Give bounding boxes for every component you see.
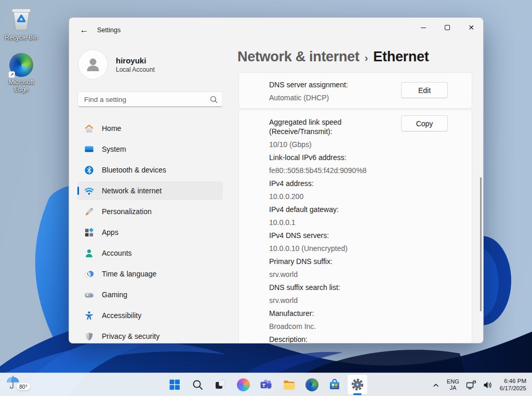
clock-tray[interactable]: 6:46 PM 6/17/2025	[498, 376, 528, 394]
vertical-scrollbar[interactable]	[480, 177, 482, 311]
sidebar-nav: Home System Bluetooth & devices	[77, 119, 223, 344]
wifi-icon	[84, 186, 94, 196]
sidebar-item-personalization[interactable]: Personalization	[77, 202, 223, 221]
sidebar-item-label: Accounts	[102, 249, 132, 257]
detail-value: srv.world	[269, 294, 394, 307]
sidebar-item-label: Privacy & security	[102, 332, 159, 340]
detail-value: srv.world	[269, 268, 394, 281]
windows-start-icon	[168, 378, 181, 391]
window-title: Settings	[97, 27, 121, 34]
sidebar-item-label: Personalization	[102, 207, 152, 216]
chevron-up-icon	[432, 381, 440, 389]
recycle-bin-icon	[8, 5, 35, 32]
detail-label: Description:	[269, 333, 394, 343]
sidebar-item-label: Bluetooth & devices	[102, 166, 166, 174]
sidebar-item-privacy-security[interactable]: Privacy & security	[77, 327, 223, 344]
tray-time: 6:46 PM	[500, 378, 526, 385]
account-type: Local Account	[116, 65, 155, 74]
settings-gear-icon	[351, 378, 364, 391]
task-view-icon	[214, 378, 227, 391]
detail-value: 10.0.0.1	[269, 216, 394, 229]
sidebar-item-network-internet[interactable]: Network & internet	[77, 181, 223, 200]
shield-icon	[84, 332, 94, 341]
search-box	[77, 91, 223, 107]
breadcrumb-parent[interactable]: Network & internet	[237, 49, 360, 65]
microsoft-store-icon	[328, 378, 341, 391]
file-explorer-button[interactable]	[278, 374, 299, 395]
detail-value: 10.0.0.10 (Unencrypted)	[269, 242, 394, 255]
copy-button[interactable]: Copy	[401, 115, 448, 131]
gaming-icon	[84, 290, 94, 300]
sidebar-item-apps[interactable]: Apps	[77, 223, 223, 242]
system-tray: ENG JA	[430, 373, 528, 396]
minimize-button[interactable]	[411, 18, 435, 37]
sidebar-item-home[interactable]: Home	[77, 119, 223, 138]
detail-label: DNS server assignment:	[269, 78, 394, 91]
desktop: Recycle Bin ↗ Microsoft Edge ← Settings …	[0, 0, 532, 396]
bluetooth-icon	[84, 165, 94, 175]
sidebar-item-system[interactable]: System	[77, 140, 223, 159]
sidebar-item-gaming[interactable]: Gaming	[77, 285, 223, 304]
detail-label: Link-local IPv6 address:	[269, 151, 394, 164]
file-explorer-icon	[283, 378, 296, 391]
taskbar-app-icons	[164, 374, 368, 395]
sidebar-item-label: System	[102, 145, 126, 153]
network-tray-button[interactable]	[464, 378, 478, 392]
teams-button[interactable]	[256, 374, 276, 395]
ethernet-network-icon	[466, 380, 476, 390]
language-switcher[interactable]: ENG JA	[445, 377, 461, 393]
search-button[interactable]	[187, 374, 208, 395]
detail-label: IPv4 default gateway:	[269, 203, 394, 216]
sidebar-item-accessibility[interactable]: Accessibility	[77, 306, 223, 325]
taskbar: 80°	[0, 373, 532, 396]
close-icon: ✕	[468, 24, 474, 31]
dns-assignment-card: DNS server assignment: Automatic (DHCP) …	[238, 72, 472, 109]
selected-indicator	[77, 187, 79, 195]
back-arrow-icon: ←	[80, 25, 89, 35]
tray-date: 6/17/2025	[500, 385, 526, 392]
copilot-button[interactable]	[233, 374, 254, 395]
temperature-badge: 80°	[17, 383, 30, 390]
maximize-icon	[445, 25, 450, 30]
sidebar-item-bluetooth-devices[interactable]: Bluetooth & devices	[77, 161, 223, 179]
detail-label: Manufacturer:	[269, 307, 394, 320]
sidebar-item-label: Accessibility	[102, 311, 141, 320]
desktop-icon-microsoft-edge[interactable]: ↗ Microsoft Edge	[1, 53, 42, 93]
search-icon	[210, 96, 218, 103]
start-button[interactable]	[164, 374, 185, 395]
detail-label: Aggregated link speed (Receive/Transmit)…	[269, 115, 394, 138]
task-view-button[interactable]	[210, 374, 231, 395]
desktop-icon-recycle-bin[interactable]: Recycle Bin	[1, 5, 42, 41]
detail-value: fe80::5058:5b45:f42d:9090%8	[269, 164, 394, 177]
paintbrush-icon	[84, 207, 94, 217]
detail-label: DNS suffix search list:	[269, 281, 394, 294]
back-button[interactable]: ←	[75, 22, 93, 38]
search-input[interactable]	[78, 92, 222, 107]
sidebar-item-accounts[interactable]: Accounts	[77, 244, 223, 262]
titlebar: ← Settings ✕	[69, 18, 483, 43]
teams-icon	[260, 378, 272, 391]
weather-widget[interactable]: 80°	[5, 375, 34, 391]
detail-value: Broadcom Inc.	[269, 320, 394, 333]
edge-button[interactable]	[301, 374, 322, 395]
detail-value: Automatic (DHCP)	[269, 91, 394, 104]
edit-button[interactable]: Edit	[401, 82, 448, 98]
tray-chevron-up[interactable]	[430, 379, 442, 391]
speaker-icon	[483, 381, 493, 389]
home-icon	[84, 124, 94, 134]
copilot-icon	[237, 378, 250, 391]
close-button[interactable]: ✕	[459, 18, 483, 37]
settings-button[interactable]	[347, 374, 368, 395]
edge-icon	[305, 378, 318, 391]
store-button[interactable]	[324, 374, 345, 395]
page-title: Ethernet	[373, 49, 429, 65]
account-name: hiroyuki	[116, 56, 155, 65]
avatar	[78, 50, 108, 79]
maximize-button[interactable]	[435, 18, 459, 37]
sidebar-item-time-language[interactable]: Time & language	[77, 265, 223, 283]
sidebar-item-label: Home	[102, 124, 121, 133]
account-block[interactable]: hiroyuki Local Account	[77, 50, 223, 79]
minimize-icon	[421, 28, 426, 28]
edge-icon: ↗	[9, 53, 33, 77]
volume-tray-button[interactable]	[482, 379, 495, 391]
